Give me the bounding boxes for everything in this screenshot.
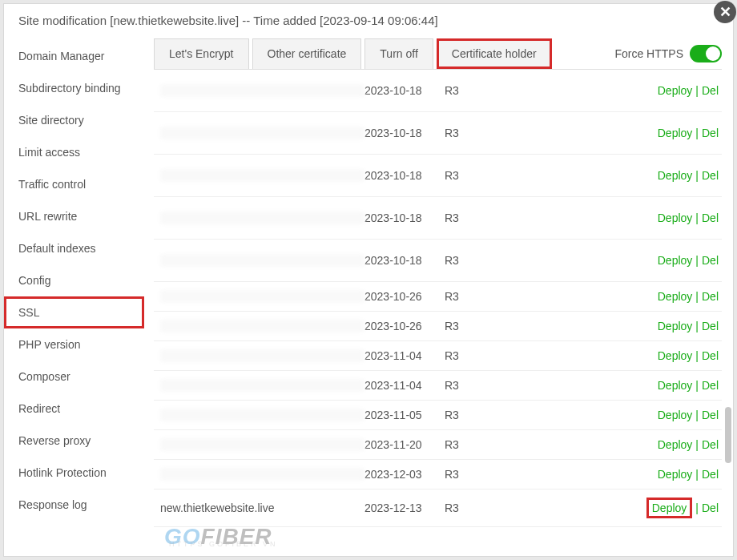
delete-link[interactable]: Del	[702, 502, 719, 514]
sidebar-item-config[interactable]: Config	[4, 264, 144, 296]
cert-row: 2023-10-26R3Deploy | Del	[154, 312, 722, 341]
cert-date: 2023-10-18	[364, 254, 445, 267]
sidebar-item-ssl[interactable]: SSL	[4, 296, 144, 328]
delete-link[interactable]: Del	[702, 212, 719, 224]
main-panel: Let's EncryptOther certificateTurn offCe…	[144, 38, 733, 555]
deploy-link[interactable]: Deploy	[658, 84, 693, 97]
cert-issuer: R3	[445, 212, 493, 224]
cert-row: 2023-11-04R3Deploy | Del	[154, 341, 722, 371]
deploy-link[interactable]: Deploy	[658, 349, 693, 362]
sidebar-item-default-indexes[interactable]: Default indexes	[4, 232, 144, 264]
dialog-body: Domain ManagerSubdirectory bindingSite d…	[4, 38, 733, 555]
cert-domain	[160, 127, 364, 139]
cert-domain	[160, 349, 364, 362]
cert-domain	[160, 320, 364, 332]
cert-date: 2023-10-18	[364, 212, 445, 224]
delete-link[interactable]: Del	[702, 127, 719, 139]
cert-actions: Deploy | Del	[658, 127, 719, 139]
cert-date: 2023-10-18	[364, 127, 445, 139]
cert-issuer: R3	[445, 409, 493, 421]
cert-actions: Deploy | Del	[658, 320, 719, 332]
tab-certificate-holder[interactable]: Certificate holder	[437, 38, 552, 69]
deploy-link[interactable]: Deploy	[658, 438, 693, 451]
cert-issuer: R3	[445, 502, 493, 514]
sidebar-item-hotlink-protection[interactable]: Hotlink Protection	[4, 457, 144, 489]
cert-issuer: R3	[445, 127, 493, 139]
cert-date: 2023-11-04	[364, 349, 445, 362]
close-icon: ✕	[719, 3, 731, 21]
cert-date: 2023-10-18	[364, 84, 445, 97]
delete-link[interactable]: Del	[702, 468, 719, 481]
delete-link[interactable]: Del	[702, 409, 719, 421]
sidebar-item-limit-access[interactable]: Limit access	[4, 136, 144, 168]
deploy-link[interactable]: Deploy	[658, 127, 693, 139]
cert-domain	[160, 468, 364, 481]
deploy-link[interactable]: Deploy	[658, 379, 693, 392]
deploy-link[interactable]: Deploy	[658, 212, 693, 224]
deploy-link[interactable]: Deploy	[658, 409, 693, 421]
sidebar-item-subdirectory-binding[interactable]: Subdirectory binding	[4, 72, 144, 104]
delete-link[interactable]: Del	[702, 349, 719, 362]
delete-link[interactable]: Del	[702, 320, 719, 332]
cert-row: 2023-10-26R3Deploy | Del	[154, 282, 722, 312]
cert-domain	[160, 169, 364, 182]
delete-link[interactable]: Del	[702, 438, 719, 451]
delete-link[interactable]: Del	[702, 84, 719, 97]
cert-domain	[160, 290, 364, 303]
cert-date: 2023-11-20	[364, 438, 445, 451]
deploy-link[interactable]: Deploy	[646, 498, 693, 518]
scrollbar[interactable]	[725, 79, 731, 547]
cert-domain	[160, 379, 364, 392]
force-https: Force HTTPS	[614, 45, 722, 62]
sidebar-item-domain-manager[interactable]: Domain Manager	[4, 40, 144, 72]
cert-actions: Deploy | Del	[658, 290, 719, 303]
cert-row: 2023-10-18R3Deploy | Del	[154, 240, 722, 282]
delete-link[interactable]: Del	[702, 379, 719, 392]
deploy-link[interactable]: Deploy	[658, 169, 693, 182]
close-button[interactable]: ✕	[714, 1, 736, 23]
deploy-link[interactable]: Deploy	[658, 254, 693, 267]
delete-link[interactable]: Del	[702, 254, 719, 267]
deploy-link[interactable]: Deploy	[658, 468, 693, 481]
cert-issuer: R3	[445, 468, 493, 481]
cert-domain: new.thietkewebsite.live	[160, 502, 364, 514]
cert-row: 2023-10-18R3Deploy | Del	[154, 155, 722, 197]
cert-domain	[160, 438, 364, 451]
sidebar-item-php-version[interactable]: PHP version	[4, 328, 144, 361]
sidebar-item-response-log[interactable]: Response log	[4, 489, 144, 521]
cert-actions: Deploy | Del	[658, 379, 719, 392]
cert-issuer: R3	[445, 349, 493, 362]
deploy-link[interactable]: Deploy	[658, 320, 693, 332]
scrollbar-thumb[interactable]	[725, 407, 731, 463]
cert-date: 2023-11-05	[364, 409, 445, 421]
cert-actions: Deploy | Del	[658, 84, 719, 97]
cert-issuer: R3	[445, 169, 493, 182]
sidebar-item-traffic-control[interactable]: Traffic control	[4, 168, 144, 200]
sidebar-item-composer[interactable]: Composer	[4, 361, 144, 393]
certificate-list: 2023-10-18R3Deploy | Del2023-10-18R3Depl…	[154, 70, 722, 546]
cert-actions: Deploy | Del	[658, 254, 719, 267]
cert-issuer: R3	[445, 84, 493, 97]
tab-let-s-encrypt[interactable]: Let's Encrypt	[154, 38, 249, 69]
force-https-label: Force HTTPS	[614, 47, 683, 60]
sidebar-item-reverse-proxy[interactable]: Reverse proxy	[4, 425, 144, 457]
sidebar-item-redirect[interactable]: Redirect	[4, 393, 144, 425]
cert-actions: Deploy | Del	[646, 498, 719, 518]
cert-issuer: R3	[445, 254, 493, 267]
cert-date: 2023-12-13	[364, 502, 445, 514]
cert-actions: Deploy | Del	[658, 468, 719, 481]
deploy-link[interactable]: Deploy	[658, 290, 693, 303]
dialog-title: Site modification [new.thietkewebsite.li…	[4, 4, 733, 38]
cert-issuer: R3	[445, 379, 493, 392]
tab-turn-off[interactable]: Turn off	[364, 38, 433, 69]
tabs-row: Let's EncryptOther certificateTurn offCe…	[154, 38, 722, 70]
delete-link[interactable]: Del	[702, 290, 719, 303]
cert-actions: Deploy | Del	[658, 212, 719, 224]
sidebar-item-site-directory[interactable]: Site directory	[4, 104, 144, 136]
sidebar-item-url-rewrite[interactable]: URL rewrite	[4, 200, 144, 232]
tab-other-certificate[interactable]: Other certificate	[252, 38, 362, 69]
force-https-toggle[interactable]	[690, 45, 722, 62]
cert-issuer: R3	[445, 320, 493, 332]
delete-link[interactable]: Del	[702, 169, 719, 182]
site-modification-dialog: ✕ Site modification [new.thietkewebsite.…	[3, 3, 734, 557]
